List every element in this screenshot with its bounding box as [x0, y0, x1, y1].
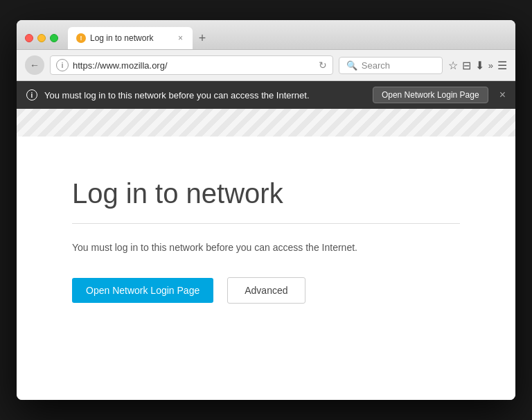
more-tools-icon[interactable]: »: [488, 60, 493, 71]
info-bar-open-button[interactable]: Open Network Login Page: [373, 87, 488, 103]
info-icon[interactable]: i: [56, 59, 69, 71]
back-button[interactable]: ←: [25, 55, 44, 75]
nav-icons: ☆ ⊟ ⬇ » ☰: [448, 59, 507, 72]
page-divider: [72, 223, 460, 224]
pocket-icon[interactable]: ⬇: [475, 59, 484, 72]
open-network-login-button[interactable]: Open Network Login Page: [72, 278, 213, 303]
menu-icon[interactable]: ☰: [497, 59, 507, 72]
page-description: You must log in to this network before y…: [72, 240, 460, 255]
traffic-lights: [25, 34, 58, 42]
close-button[interactable]: [25, 34, 33, 42]
warning-icon: !: [76, 33, 86, 43]
tab-bar: ! Log in to network × +: [68, 27, 507, 49]
navigation-bar: ← i https://www.mozilla.org/ ↻ 🔍 Search …: [17, 50, 515, 81]
title-bar: ! Log in to network × +: [17, 20, 515, 50]
tab-close-button[interactable]: ×: [177, 32, 184, 44]
search-bar[interactable]: 🔍 Search: [339, 57, 443, 74]
stripe-area: [17, 109, 515, 137]
reading-list-icon[interactable]: ⊟: [462, 59, 471, 72]
active-tab[interactable]: ! Log in to network ×: [68, 27, 193, 49]
new-tab-button[interactable]: +: [193, 28, 212, 48]
info-bar-message: You must log in to this network before y…: [44, 90, 366, 100]
address-bar[interactable]: i https://www.mozilla.org/ ↻: [50, 55, 333, 75]
back-icon: ←: [30, 60, 39, 71]
info-bar-icon: i: [26, 89, 37, 100]
advanced-button[interactable]: Advanced: [227, 277, 305, 304]
info-bar-close-button[interactable]: ×: [499, 89, 506, 101]
address-text: https://www.mozilla.org/: [73, 60, 314, 71]
minimize-button[interactable]: [37, 34, 46, 42]
page-content: Log in to network You must log in to thi…: [17, 137, 515, 400]
page-title: Log in to network: [72, 178, 460, 209]
search-icon: 🔍: [346, 60, 357, 71]
maximize-button[interactable]: [50, 34, 58, 42]
page-actions: Open Network Login Page Advanced: [72, 277, 460, 304]
refresh-icon[interactable]: ↻: [319, 60, 327, 71]
bookmark-icon[interactable]: ☆: [448, 59, 458, 72]
tab-title: Log in to network: [90, 33, 172, 43]
browser-window: ! Log in to network × + ← i https://www.…: [17, 20, 515, 400]
search-placeholder: Search: [362, 60, 390, 71]
info-bar: i You must log in to this network before…: [17, 81, 515, 109]
